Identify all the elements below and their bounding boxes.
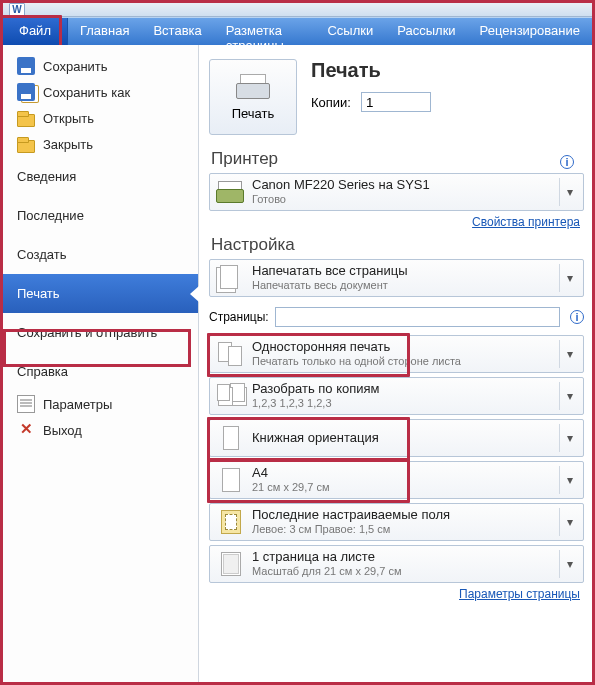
duplex-dropdown[interactable]: Односторонняя печать Печатать только на … xyxy=(209,335,584,373)
dropdown-text: A4 21 см x 29,7 см xyxy=(252,466,551,494)
papersize-dropdown[interactable]: A4 21 см x 29,7 см ▾ xyxy=(209,461,584,499)
chevron-down-icon: ▾ xyxy=(559,424,579,452)
margins-icon xyxy=(216,508,244,536)
pages-row: Страницы: i xyxy=(209,307,584,327)
printer-icon xyxy=(236,74,270,102)
print-title: Печать xyxy=(311,59,584,82)
duplex-icon xyxy=(216,340,244,368)
copies-label: Копии: xyxy=(311,95,351,110)
saveas-icon xyxy=(17,83,35,101)
pages-input[interactable] xyxy=(275,307,560,327)
nav-recent[interactable]: Последние xyxy=(3,196,198,235)
persheet-icon xyxy=(216,550,244,578)
chevron-down-icon: ▾ xyxy=(559,264,579,292)
nav-label: Создать xyxy=(17,247,66,262)
nav-label: Открыть xyxy=(43,111,94,126)
close-icon xyxy=(17,135,35,153)
tab-label: Рассылки xyxy=(397,23,455,38)
orientation-dropdown[interactable]: Книжная ориентация ▾ xyxy=(209,419,584,457)
pages-icon xyxy=(216,264,244,292)
print-panel: Печать Печать Копии: Принтер i Canon MF2… xyxy=(199,45,592,682)
nav-label: Сохранить как xyxy=(43,85,130,100)
chevron-down-icon: ▾ xyxy=(559,382,579,410)
nav-label: Выход xyxy=(43,423,82,438)
nav-exit[interactable]: ✕ Выход xyxy=(3,417,198,443)
tab-review[interactable]: Рецензирование xyxy=(468,18,592,45)
printer-section-label: Принтер xyxy=(211,149,278,168)
tab-file[interactable]: Файл xyxy=(3,18,68,45)
page-setup-link[interactable]: Параметры страницы xyxy=(209,587,580,601)
nav-open[interactable]: Открыть xyxy=(3,105,198,131)
backstage: Сохранить Сохранить как Открыть Закрыть … xyxy=(3,45,592,682)
nav-label: Последние xyxy=(17,208,84,223)
chevron-down-icon: ▾ xyxy=(559,178,579,206)
collate-icon xyxy=(216,382,244,410)
open-icon xyxy=(17,109,35,127)
nav-options[interactable]: Параметры xyxy=(3,391,198,417)
exit-icon: ✕ xyxy=(17,421,35,439)
tab-label: Главная xyxy=(80,23,129,38)
title-bar: W xyxy=(3,3,592,17)
nav-saveas[interactable]: Сохранить как xyxy=(3,79,198,105)
dropdown-text: Односторонняя печать Печатать только на … xyxy=(252,340,551,368)
margins-dropdown[interactable]: Последние настраиваемые поля Левое: 3 см… xyxy=(209,503,584,541)
print-header: Печать Печать Копии: xyxy=(209,59,584,135)
collate-dropdown[interactable]: Разобрать по копиям 1,2,3 1,2,3 1,2,3 ▾ xyxy=(209,377,584,415)
printer-device-icon xyxy=(216,178,244,206)
printer-dropdown-text: Canon MF220 Series на SYS1 Готово xyxy=(252,178,551,206)
save-icon xyxy=(17,57,35,75)
chevron-down-icon: ▾ xyxy=(559,466,579,494)
dropdown-text: Напечатать все страницы Напечатать весь … xyxy=(252,264,551,292)
nav-label: Сохранить xyxy=(43,59,108,74)
tab-mailings[interactable]: Рассылки xyxy=(385,18,467,45)
tab-label: Рецензирование xyxy=(480,23,580,38)
chevron-down-icon: ▾ xyxy=(559,508,579,536)
ribbon-tabs: Файл Главная Вставка Разметка страницы С… xyxy=(3,17,592,45)
copies-input[interactable] xyxy=(361,92,431,112)
tab-file-label: Файл xyxy=(19,23,51,38)
dropdown-text: Разобрать по копиям 1,2,3 1,2,3 1,2,3 xyxy=(252,382,551,410)
info-icon[interactable]: i xyxy=(570,310,584,324)
print-button[interactable]: Печать xyxy=(209,59,297,135)
nav-label: Сохранить и отправить xyxy=(17,325,157,340)
nav-info[interactable]: Сведения xyxy=(3,157,198,196)
tab-label: Вставка xyxy=(153,23,201,38)
copies-row: Копии: xyxy=(311,92,584,112)
pages-label: Страницы: xyxy=(209,310,269,324)
chevron-down-icon: ▾ xyxy=(559,550,579,578)
portrait-icon xyxy=(216,424,244,452)
info-icon[interactable]: i xyxy=(560,155,574,169)
nav-label: Печать xyxy=(17,286,60,301)
nav-close[interactable]: Закрыть xyxy=(3,131,198,157)
tab-insert[interactable]: Вставка xyxy=(141,18,213,45)
nav-new[interactable]: Создать xyxy=(3,235,198,274)
nav-label: Параметры xyxy=(43,397,112,412)
nav-label: Сведения xyxy=(17,169,76,184)
print-button-label: Печать xyxy=(232,106,275,121)
backstage-nav: Сохранить Сохранить как Открыть Закрыть … xyxy=(3,45,199,682)
papersize-icon xyxy=(216,466,244,494)
app-icon: W xyxy=(9,3,25,17)
tab-home[interactable]: Главная xyxy=(68,18,141,45)
tab-layout[interactable]: Разметка страницы xyxy=(214,18,316,45)
nav-print[interactable]: Печать xyxy=(3,274,198,313)
nav-label: Закрыть xyxy=(43,137,93,152)
nav-help[interactable]: Справка xyxy=(3,352,198,391)
dropdown-text: 1 страница на листе Масштаб для 21 см x … xyxy=(252,550,551,578)
options-icon xyxy=(17,395,35,413)
nav-save[interactable]: Сохранить xyxy=(3,53,198,79)
tab-links[interactable]: Ссылки xyxy=(315,18,385,45)
printer-dropdown[interactable]: Canon MF220 Series на SYS1 Готово ▾ xyxy=(209,173,584,211)
nav-savesend[interactable]: Сохранить и отправить xyxy=(3,313,198,352)
chevron-down-icon: ▾ xyxy=(559,340,579,368)
dropdown-text: Книжная ориентация xyxy=(252,431,551,446)
settings-section-label: Настройка xyxy=(211,235,295,254)
tab-label: Ссылки xyxy=(327,23,373,38)
nav-label: Справка xyxy=(17,364,68,379)
dropdown-text: Последние настраиваемые поля Левое: 3 см… xyxy=(252,508,551,536)
printer-properties-link[interactable]: Свойства принтера xyxy=(209,215,580,229)
persheet-dropdown[interactable]: 1 страница на листе Масштаб для 21 см x … xyxy=(209,545,584,583)
print-range-dropdown[interactable]: Напечатать все страницы Напечатать весь … xyxy=(209,259,584,297)
